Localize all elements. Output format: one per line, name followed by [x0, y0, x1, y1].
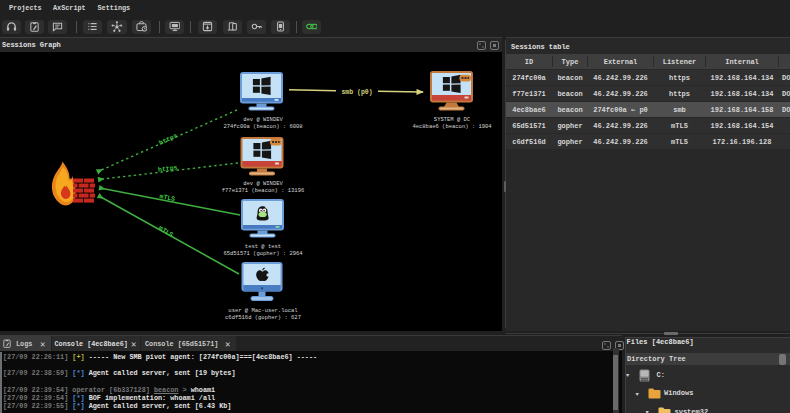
- svg-text:mTLS: mTLS: [157, 225, 174, 239]
- svg-text:smb (p0): smb (p0): [341, 89, 372, 96]
- svg-text:https: https: [158, 132, 179, 146]
- svg-text:mTLS: mTLS: [159, 193, 176, 203]
- svg-text:https: https: [158, 164, 178, 173]
